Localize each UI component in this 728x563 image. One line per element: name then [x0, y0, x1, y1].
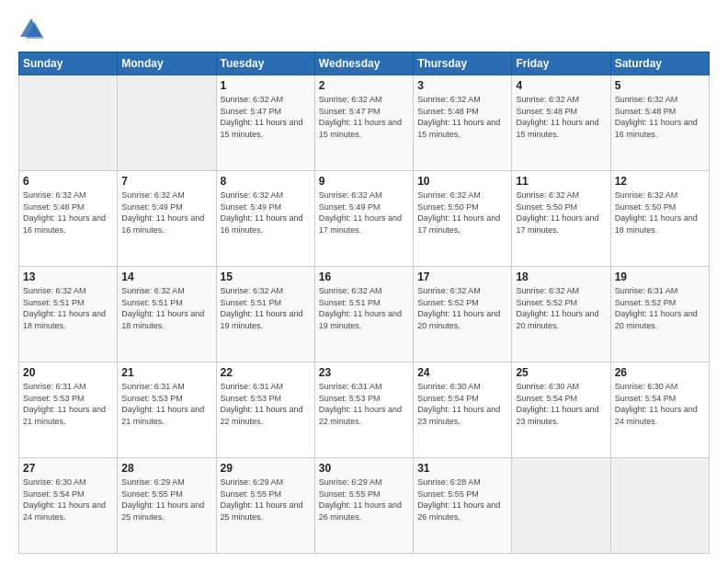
day-info: Sunrise: 6:32 AMSunset: 5:48 PMDaylight:…: [615, 94, 705, 140]
day-number: 7: [121, 175, 211, 188]
logo-icon: [18, 17, 44, 42]
calendar-cell: [118, 75, 216, 171]
calendar-cell: 22Sunrise: 6:31 AMSunset: 5:53 PMDayligh…: [216, 362, 314, 458]
day-info: Sunrise: 6:30 AMSunset: 5:54 PMDaylight:…: [516, 381, 606, 427]
calendar-cell: 25Sunrise: 6:30 AMSunset: 5:54 PMDayligh…: [512, 362, 610, 458]
day-number: 16: [319, 270, 409, 283]
calendar-table: SundayMondayTuesdayWednesdayThursdayFrid…: [18, 52, 710, 554]
calendar-week-row: 20Sunrise: 6:31 AMSunset: 5:53 PMDayligh…: [19, 362, 710, 458]
day-number: 8: [221, 175, 311, 188]
day-info: Sunrise: 6:32 AMSunset: 5:49 PMDaylight:…: [221, 190, 311, 236]
logo: [18, 17, 48, 42]
day-number: 3: [417, 79, 507, 92]
day-number: 11: [516, 175, 606, 188]
day-info: Sunrise: 6:32 AMSunset: 5:48 PMDaylight:…: [516, 94, 606, 140]
calendar-cell: 9Sunrise: 6:32 AMSunset: 5:49 PMDaylight…: [314, 171, 413, 267]
calendar-cell: 15Sunrise: 6:32 AMSunset: 5:51 PMDayligh…: [216, 267, 314, 362]
day-number: 23: [319, 366, 409, 379]
calendar-cell: 3Sunrise: 6:32 AMSunset: 5:48 PMDaylight…: [414, 75, 512, 171]
calendar-week-row: 1Sunrise: 6:32 AMSunset: 5:47 PMDaylight…: [19, 75, 710, 171]
calendar-cell: 14Sunrise: 6:32 AMSunset: 5:51 PMDayligh…: [118, 267, 216, 362]
weekday-header-thursday: Thursday: [414, 52, 512, 75]
calendar-cell: 21Sunrise: 6:31 AMSunset: 5:53 PMDayligh…: [118, 362, 216, 458]
day-number: 21: [121, 366, 211, 379]
day-info: Sunrise: 6:32 AMSunset: 5:50 PMDaylight:…: [417, 190, 507, 236]
day-info: Sunrise: 6:30 AMSunset: 5:54 PMDaylight:…: [23, 477, 113, 523]
calendar-cell: 7Sunrise: 6:32 AMSunset: 5:49 PMDaylight…: [118, 171, 216, 267]
day-number: 15: [221, 270, 311, 283]
day-info: Sunrise: 6:31 AMSunset: 5:53 PMDaylight:…: [23, 381, 113, 427]
calendar-header-row: SundayMondayTuesdayWednesdayThursdayFrid…: [19, 52, 710, 75]
day-info: Sunrise: 6:32 AMSunset: 5:47 PMDaylight:…: [221, 94, 311, 140]
day-number: 30: [319, 462, 409, 475]
day-number: 9: [319, 175, 409, 188]
day-info: Sunrise: 6:32 AMSunset: 5:50 PMDaylight:…: [615, 190, 705, 236]
calendar-cell: 10Sunrise: 6:32 AMSunset: 5:50 PMDayligh…: [414, 171, 512, 267]
day-number: 6: [23, 175, 113, 188]
day-info: Sunrise: 6:32 AMSunset: 5:51 PMDaylight:…: [23, 285, 113, 331]
day-info: Sunrise: 6:32 AMSunset: 5:50 PMDaylight:…: [516, 190, 606, 236]
day-info: Sunrise: 6:29 AMSunset: 5:55 PMDaylight:…: [319, 477, 409, 523]
day-info: Sunrise: 6:32 AMSunset: 5:51 PMDaylight:…: [221, 285, 311, 331]
calendar-cell: 17Sunrise: 6:32 AMSunset: 5:52 PMDayligh…: [414, 267, 512, 362]
header: [18, 17, 710, 42]
day-info: Sunrise: 6:32 AMSunset: 5:47 PMDaylight:…: [319, 94, 409, 140]
calendar-cell: 6Sunrise: 6:32 AMSunset: 5:48 PMDaylight…: [19, 171, 118, 267]
calendar-cell: 29Sunrise: 6:29 AMSunset: 5:55 PMDayligh…: [216, 458, 314, 554]
calendar-cell: 26Sunrise: 6:30 AMSunset: 5:54 PMDayligh…: [610, 362, 709, 458]
day-info: Sunrise: 6:30 AMSunset: 5:54 PMDaylight:…: [417, 381, 507, 427]
calendar-cell: 24Sunrise: 6:30 AMSunset: 5:54 PMDayligh…: [414, 362, 512, 458]
day-info: Sunrise: 6:32 AMSunset: 5:51 PMDaylight:…: [319, 285, 409, 331]
calendar-cell: 2Sunrise: 6:32 AMSunset: 5:47 PMDaylight…: [314, 75, 413, 171]
day-number: 18: [516, 270, 606, 283]
day-info: Sunrise: 6:28 AMSunset: 5:55 PMDaylight:…: [417, 477, 507, 523]
day-info: Sunrise: 6:32 AMSunset: 5:49 PMDaylight:…: [319, 190, 409, 236]
day-number: 24: [417, 366, 507, 379]
calendar-cell: 1Sunrise: 6:32 AMSunset: 5:47 PMDaylight…: [216, 75, 314, 171]
calendar-week-row: 13Sunrise: 6:32 AMSunset: 5:51 PMDayligh…: [19, 267, 710, 362]
day-number: 4: [516, 79, 606, 92]
calendar-cell: 8Sunrise: 6:32 AMSunset: 5:49 PMDaylight…: [216, 171, 314, 267]
day-number: 5: [615, 79, 705, 92]
calendar-cell: 23Sunrise: 6:31 AMSunset: 5:53 PMDayligh…: [314, 362, 413, 458]
day-number: 22: [221, 366, 311, 379]
day-number: 29: [221, 462, 311, 475]
day-info: Sunrise: 6:32 AMSunset: 5:48 PMDaylight:…: [417, 94, 507, 140]
day-number: 25: [516, 366, 606, 379]
day-info: Sunrise: 6:31 AMSunset: 5:53 PMDaylight:…: [221, 381, 311, 427]
weekday-header-saturday: Saturday: [610, 52, 709, 75]
calendar-week-row: 6Sunrise: 6:32 AMSunset: 5:48 PMDaylight…: [19, 171, 710, 267]
day-number: 14: [121, 270, 211, 283]
calendar-cell: 13Sunrise: 6:32 AMSunset: 5:51 PMDayligh…: [19, 267, 118, 362]
day-info: Sunrise: 6:31 AMSunset: 5:52 PMDaylight:…: [615, 285, 705, 331]
calendar-cell: [512, 458, 610, 554]
weekday-header-monday: Monday: [118, 52, 216, 75]
calendar-cell: [19, 75, 118, 171]
calendar-week-row: 27Sunrise: 6:30 AMSunset: 5:54 PMDayligh…: [19, 458, 710, 554]
calendar-cell: 31Sunrise: 6:28 AMSunset: 5:55 PMDayligh…: [414, 458, 512, 554]
day-info: Sunrise: 6:29 AMSunset: 5:55 PMDaylight:…: [121, 477, 211, 523]
weekday-header-tuesday: Tuesday: [216, 52, 314, 75]
day-info: Sunrise: 6:32 AMSunset: 5:52 PMDaylight:…: [516, 285, 606, 331]
calendar-cell: 27Sunrise: 6:30 AMSunset: 5:54 PMDayligh…: [19, 458, 118, 554]
day-number: 27: [23, 462, 113, 475]
weekday-header-wednesday: Wednesday: [314, 52, 413, 75]
day-info: Sunrise: 6:32 AMSunset: 5:49 PMDaylight:…: [121, 190, 211, 236]
day-info: Sunrise: 6:32 AMSunset: 5:48 PMDaylight:…: [23, 190, 113, 236]
calendar-cell: 18Sunrise: 6:32 AMSunset: 5:52 PMDayligh…: [512, 267, 610, 362]
day-number: 10: [417, 175, 507, 188]
calendar-cell: [610, 458, 709, 554]
calendar-cell: 11Sunrise: 6:32 AMSunset: 5:50 PMDayligh…: [512, 171, 610, 267]
calendar-cell: 12Sunrise: 6:32 AMSunset: 5:50 PMDayligh…: [610, 171, 709, 267]
calendar-cell: 16Sunrise: 6:32 AMSunset: 5:51 PMDayligh…: [314, 267, 413, 362]
day-number: 2: [319, 79, 409, 92]
day-number: 13: [23, 270, 113, 283]
day-info: Sunrise: 6:32 AMSunset: 5:52 PMDaylight:…: [417, 285, 507, 331]
day-number: 17: [417, 270, 507, 283]
calendar-cell: 4Sunrise: 6:32 AMSunset: 5:48 PMDaylight…: [512, 75, 610, 171]
day-number: 26: [615, 366, 705, 379]
calendar-cell: 28Sunrise: 6:29 AMSunset: 5:55 PMDayligh…: [118, 458, 216, 554]
page: SundayMondayTuesdayWednesdayThursdayFrid…: [0, 0, 728, 563]
day-info: Sunrise: 6:30 AMSunset: 5:54 PMDaylight:…: [615, 381, 705, 427]
day-info: Sunrise: 6:31 AMSunset: 5:53 PMDaylight:…: [319, 381, 409, 427]
